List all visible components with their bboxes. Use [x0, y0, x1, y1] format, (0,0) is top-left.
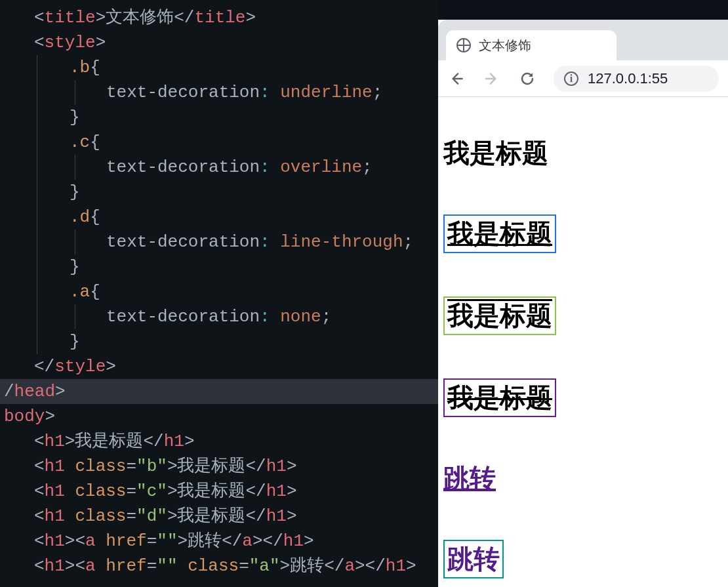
back-button[interactable]	[447, 70, 466, 88]
url-text: 127.0.0.1:55	[588, 70, 668, 87]
code-line: }	[0, 105, 438, 130]
code-line: .d{	[0, 205, 438, 230]
heading-link-underline: 跳转	[443, 460, 496, 496]
browser-tabbar: 文本修饰	[438, 20, 728, 60]
code-line: .a{	[0, 279, 438, 304]
code-line: <h1 class="c">我是标题</h1>	[0, 479, 438, 504]
code-line: text-decoration: none;	[0, 304, 438, 329]
code-line: .b{	[0, 55, 438, 80]
browser-toolbar: i 127.0.0.1:55	[438, 60, 728, 97]
code-line: }	[0, 254, 438, 279]
heading-overline: 我是标题	[443, 296, 556, 335]
heading-plain: 我是标题	[443, 135, 548, 171]
code-line: text-decoration: underline;	[0, 80, 438, 105]
code-line: <h1><a href="">跳转</a></h1>	[0, 529, 438, 554]
code-cursor-line: /head>	[0, 379, 438, 404]
code-line: <style>	[0, 30, 438, 55]
code-editor[interactable]: <title>文本修饰</title> <style> .b{ text-dec…	[0, 0, 438, 587]
globe-icon	[456, 38, 471, 52]
code-line: text-decoration: line-through;	[0, 230, 438, 254]
info-icon: i	[564, 71, 578, 86]
browser-window: 文本修饰 i 127.0.0.1:55 我是标题 我是标题 我是标题 我是标题 …	[438, 20, 728, 587]
heading-underline: 我是标题	[443, 214, 556, 253]
code-line: text-decoration: overline;	[0, 155, 438, 180]
code-line: }	[0, 329, 438, 354]
forward-button	[483, 70, 501, 88]
code-line: <h1>我是标题</h1>	[0, 429, 438, 454]
heading-link-nounder: 跳转	[443, 540, 504, 578]
browser-tab[interactable]: 文本修饰	[446, 30, 617, 60]
code-line: </style>	[0, 354, 438, 379]
code-line: <title>文本修饰</title>	[0, 5, 438, 30]
forward-arrow-icon	[483, 70, 500, 87]
address-bar[interactable]: i 127.0.0.1:55	[554, 66, 719, 92]
browser-tab-title: 文本修饰	[479, 37, 531, 54]
heading-line-through: 我是标题	[443, 378, 556, 417]
code-line: body>	[0, 404, 438, 429]
code-line: }	[0, 180, 438, 205]
rendered-page: 我是标题 我是标题 我是标题 我是标题 跳转 跳转	[438, 97, 728, 587]
back-arrow-icon	[448, 70, 465, 87]
reload-icon	[519, 71, 535, 87]
code-line: <h1 class="b">我是标题</h1>	[0, 454, 438, 479]
code-line: <h1 class="d">我是标题</h1>	[0, 504, 438, 529]
page-link-1[interactable]: 跳转	[443, 464, 496, 493]
code-line: <h1><a href="" class="a">跳转</a></h1>	[0, 554, 438, 578]
page-link-2[interactable]: 跳转	[447, 544, 500, 573]
reload-button[interactable]	[518, 70, 536, 88]
code-line: .c{	[0, 130, 438, 155]
